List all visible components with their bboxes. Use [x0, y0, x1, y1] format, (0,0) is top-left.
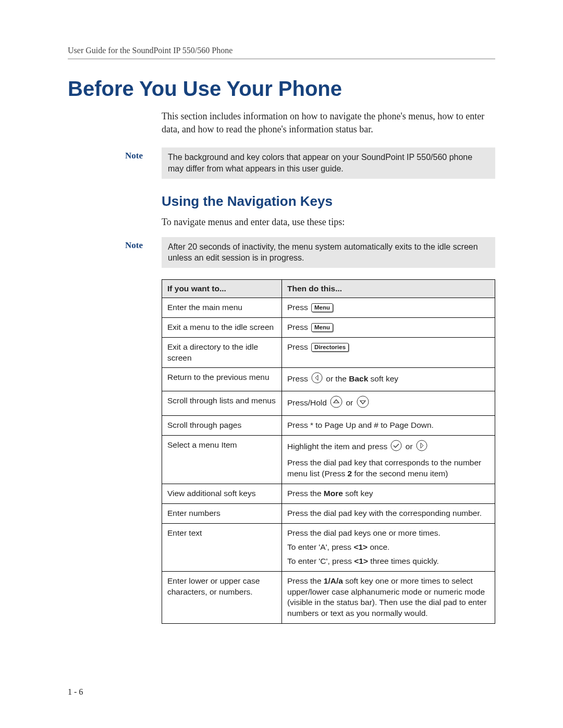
- table-row: Select a menu Item Highlight the item an…: [162, 436, 495, 484]
- col-header-do: Then do this...: [282, 279, 495, 298]
- svg-point-0: [312, 373, 322, 383]
- cell-text: Press: [287, 375, 310, 384]
- intro-paragraph: This section includes information on how…: [162, 110, 495, 136]
- menu-key-icon: Menu: [311, 323, 333, 332]
- select-check-key-icon: [390, 440, 402, 454]
- want-cell: Enter the main menu: [162, 298, 282, 317]
- bold-text: <1>: [354, 557, 368, 565]
- cell-text: Press the dial pad keys one or more time…: [287, 528, 489, 539]
- cell-text: Press: [287, 323, 310, 331]
- body-column: This section includes information on how…: [162, 110, 495, 136]
- note-body: The background and key colors that appea…: [162, 147, 495, 178]
- cell-text: Highlight the item and press: [287, 442, 389, 451]
- cell-text: To enter 'A', press: [287, 542, 353, 551]
- do-cell: Highlight the item and press or Press th…: [282, 436, 495, 484]
- cell-text: three times quickly.: [368, 557, 439, 565]
- cell-text: soft key: [368, 375, 398, 384]
- col-header-want: If you want to...: [162, 279, 282, 298]
- want-cell: Enter lower or upper case characters, or…: [162, 571, 282, 624]
- want-cell: Enter text: [162, 523, 282, 571]
- cell-text: or: [346, 398, 355, 407]
- note-label: Note: [68, 147, 162, 161]
- right-arrow-key-icon: [416, 440, 427, 454]
- cell-text: Press the: [287, 489, 324, 498]
- table-row: Scroll through pages Press * to Page Up …: [162, 416, 495, 436]
- svg-point-1: [331, 396, 342, 408]
- do-cell: Press Directories: [282, 337, 495, 368]
- down-arrow-key-icon: [357, 396, 369, 411]
- running-header: User Guide for the SoundPoint IP 550/560…: [68, 46, 495, 59]
- want-cell: View additional soft keys: [162, 484, 282, 503]
- cell-text: Press: [287, 303, 310, 312]
- cell-text: or: [406, 442, 415, 451]
- cell-text: soft key: [343, 489, 373, 498]
- bold-text: 1/A/a: [324, 576, 343, 585]
- menu-key-icon: Menu: [311, 303, 333, 312]
- note-body: After 20 seconds of inactivity, the menu…: [162, 237, 495, 268]
- do-cell: Press Menu: [282, 298, 495, 317]
- do-cell: Press/Hold or: [282, 391, 495, 416]
- svg-point-3: [391, 440, 401, 451]
- directories-key-icon: Directories: [311, 343, 349, 352]
- subsection-title: Using the Navigation Keys: [162, 193, 495, 209]
- table-row: Enter lower or upper case characters, or…: [162, 571, 495, 624]
- page-number: 1 - 6: [68, 687, 83, 697]
- cell-text: Press/Hold: [287, 398, 329, 407]
- section-title: Before You Use Your Phone: [68, 77, 495, 101]
- table-row: Scroll through lists and menus Press/Hol…: [162, 391, 495, 416]
- do-cell: Press or the Back soft key: [282, 368, 495, 391]
- svg-point-4: [417, 440, 427, 451]
- want-cell: Scroll through lists and menus: [162, 391, 282, 416]
- bold-text: More: [324, 489, 343, 498]
- tips-line: To navigate menus and enter data, use th…: [162, 217, 495, 228]
- want-cell: Exit a menu to the idle screen: [162, 317, 282, 337]
- table-row: View additional soft keys Press the More…: [162, 484, 495, 503]
- up-arrow-key-icon: [330, 396, 342, 411]
- want-cell: Return to the previous menu: [162, 368, 282, 391]
- table-header-row: If you want to... Then do this...: [162, 279, 495, 298]
- cell-text: for the second menu item): [352, 469, 448, 478]
- bold-text: Back: [349, 375, 368, 384]
- left-arrow-key-icon: [311, 372, 323, 387]
- table-row: Exit a menu to the idle screen Press Men…: [162, 317, 495, 337]
- bold-text: 2: [347, 469, 352, 478]
- do-cell: Press the dial pad key with the correspo…: [282, 503, 495, 523]
- navigation-tips-table: If you want to... Then do this... Enter …: [162, 279, 495, 624]
- cell-text: To enter 'C', press: [287, 557, 354, 565]
- want-cell: Enter numbers: [162, 503, 282, 523]
- bold-text: <1>: [353, 542, 368, 551]
- do-cell: Press * to Page Up and # to Page Down.: [282, 416, 495, 436]
- note-block: Note After 20 seconds of inactivity, the…: [68, 237, 495, 268]
- do-cell: Press Menu: [282, 317, 495, 337]
- table-row: Enter numbers Press the dial pad key wit…: [162, 503, 495, 523]
- cell-text: Press: [287, 342, 310, 351]
- table-row: Exit a directory to the idle screen Pres…: [162, 337, 495, 368]
- want-cell: Select a menu Item: [162, 436, 282, 484]
- note-block: Note The background and key colors that …: [68, 147, 495, 178]
- table-row: Return to the previous menu Press or the…: [162, 368, 495, 391]
- want-cell: Exit a directory to the idle screen: [162, 337, 282, 368]
- table-row: Enter the main menu Press Menu: [162, 298, 495, 317]
- document-page: User Guide for the SoundPoint IP 550/560…: [0, 0, 563, 728]
- want-cell: Scroll through pages: [162, 416, 282, 436]
- cell-text: once.: [368, 542, 389, 551]
- cell-text: or the: [326, 375, 349, 384]
- table-row: Enter text Press the dial pad keys one o…: [162, 523, 495, 571]
- svg-point-2: [357, 396, 369, 408]
- do-cell: Press the More soft key: [282, 484, 495, 503]
- cell-text: Press the: [287, 576, 324, 585]
- do-cell: Press the 1/A/a soft key one or more tim…: [282, 571, 495, 624]
- do-cell: Press the dial pad keys one or more time…: [282, 523, 495, 571]
- note-label: Note: [68, 237, 162, 251]
